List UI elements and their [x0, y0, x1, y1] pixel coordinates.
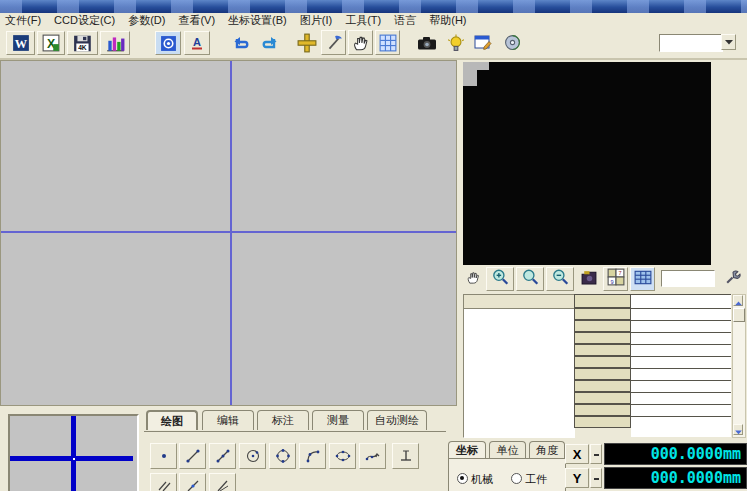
report-chart-button[interactable]	[100, 31, 130, 55]
ccd-video-view[interactable]	[463, 62, 711, 265]
point-tool-button[interactable]	[150, 443, 177, 469]
property-cell[interactable]	[574, 392, 631, 404]
value-cell[interactable]	[631, 295, 731, 309]
pan-button[interactable]	[348, 30, 373, 55]
video-zoom-out-button[interactable]	[546, 267, 574, 291]
circle-points-tool-button[interactable]	[269, 443, 296, 469]
axis-y-zero-button[interactable]	[590, 468, 602, 488]
table-scrollbar[interactable]	[732, 294, 746, 438]
video-table-button[interactable]	[630, 267, 655, 291]
export-word-button[interactable]: W	[6, 31, 35, 55]
combo-dropdown-button[interactable]	[721, 34, 736, 50]
angle-lines-tool-button[interactable]	[209, 473, 236, 491]
video-zoom-fit-button[interactable]	[516, 267, 544, 291]
tab-dimension[interactable]: 标注	[257, 410, 309, 430]
language-globe-button[interactable]	[499, 30, 525, 55]
grid-icon	[379, 34, 397, 52]
window-edit-icon	[474, 35, 492, 51]
grid-button[interactable]	[375, 30, 400, 55]
redo-button[interactable]	[257, 31, 283, 55]
tab-auto-trace[interactable]: 自动测绘	[367, 410, 427, 430]
chevron-down-icon	[725, 39, 733, 45]
menu-language[interactable]: 语言	[394, 13, 416, 28]
value-cell[interactable]	[631, 333, 731, 345]
export-excel-button[interactable]: X	[37, 31, 65, 55]
radio-machine[interactable]: 机械	[457, 472, 493, 487]
video-value-input[interactable]	[661, 270, 715, 287]
value-cell[interactable]	[631, 405, 731, 417]
value-cell[interactable]	[631, 381, 731, 393]
font-button[interactable]: A	[184, 31, 210, 55]
tab-angle[interactable]: 角度	[529, 441, 565, 458]
property-cell[interactable]	[574, 344, 631, 356]
arc-tool-button[interactable]	[299, 443, 326, 469]
menu-ccd-setup[interactable]: CCD设定(C)	[54, 13, 115, 28]
property-cell[interactable]	[574, 368, 631, 380]
tab-coordinates[interactable]: 坐标	[448, 441, 486, 458]
magnification-select[interactable]	[659, 34, 723, 52]
probe-button[interactable]	[321, 30, 346, 55]
parallel-lines-tool-button[interactable]	[150, 473, 177, 491]
crosshair-button[interactable]	[294, 30, 319, 55]
scroll-up-button[interactable]	[733, 295, 743, 306]
scroll-thumb[interactable]	[733, 308, 745, 322]
menu-coordinate-settings[interactable]: 坐标设置(B)	[228, 13, 287, 28]
circle-center-tool-button[interactable]	[239, 443, 266, 469]
menu-help[interactable]: 帮助(H)	[429, 13, 466, 28]
menu-view[interactable]: 查看(V)	[178, 13, 215, 28]
drawing-canvas[interactable]	[0, 60, 457, 406]
axis-x-zero-button[interactable]	[590, 444, 602, 464]
video-pan-button[interactable]	[463, 268, 484, 290]
radio-workpiece-dot[interactable]	[511, 473, 522, 484]
crosshair-icon	[297, 33, 317, 53]
property-cell[interactable]	[574, 356, 631, 368]
scroll-down-button[interactable]	[733, 424, 743, 435]
property-cell[interactable]	[574, 294, 631, 308]
menu-parameters[interactable]: 参数(D)	[128, 13, 165, 28]
circle-center-tool-icon	[245, 448, 261, 464]
chevron-up-icon	[735, 292, 742, 310]
undo-button[interactable]	[228, 31, 254, 55]
menu-picture[interactable]: 图片(I)	[300, 13, 332, 28]
tab-units[interactable]: 单位	[489, 441, 526, 458]
tab-measure[interactable]: 测量	[312, 410, 364, 430]
spline-tool-button[interactable]	[359, 443, 386, 469]
line-tool-button[interactable]	[179, 443, 206, 469]
tab-draw[interactable]: 绘图	[146, 410, 198, 430]
radio-workpiece[interactable]: 工件	[511, 472, 547, 487]
value-cell[interactable]	[631, 357, 731, 369]
midpoint-line-tool-button[interactable]	[179, 473, 206, 491]
snapshot-button[interactable]	[413, 30, 441, 55]
video-zoom-in-button[interactable]	[486, 267, 514, 291]
preview-crosshair-horizontal	[10, 456, 133, 461]
polyline-tool-button[interactable]	[209, 443, 236, 469]
value-cell[interactable]	[631, 369, 731, 381]
perpendicular-tool-button[interactable]	[392, 443, 419, 469]
value-cell[interactable]	[631, 345, 731, 357]
window-edit-button[interactable]	[470, 30, 496, 55]
polyline-tool-icon	[215, 448, 231, 464]
property-cell[interactable]	[574, 404, 631, 416]
axis-y-button[interactable]: Y	[565, 468, 589, 488]
ccd-view-button[interactable]	[155, 31, 181, 55]
value-cell[interactable]	[631, 309, 731, 321]
tab-edit[interactable]: 编辑	[202, 410, 254, 430]
property-cell[interactable]	[574, 308, 631, 320]
axis-x-button[interactable]: X	[565, 444, 589, 464]
menu-file[interactable]: 文件(F)	[5, 13, 41, 28]
video-capture-button[interactable]	[577, 267, 601, 291]
property-cell[interactable]	[574, 320, 631, 332]
ellipse-tool-button[interactable]	[329, 443, 356, 469]
light-button[interactable]	[444, 30, 468, 55]
video-quadrant-button[interactable]: 79	[603, 267, 628, 291]
value-cell[interactable]	[631, 393, 731, 405]
save-button[interactable]: 4K	[67, 31, 98, 55]
property-cell[interactable]	[574, 416, 631, 428]
video-settings-button[interactable]	[720, 267, 744, 291]
value-cell[interactable]	[631, 321, 731, 333]
element-listbox[interactable]	[463, 308, 575, 438]
property-cell[interactable]	[574, 380, 631, 392]
radio-machine-dot[interactable]	[457, 473, 468, 484]
property-cell[interactable]	[574, 332, 631, 344]
menu-tools[interactable]: 工具(T)	[345, 13, 381, 28]
